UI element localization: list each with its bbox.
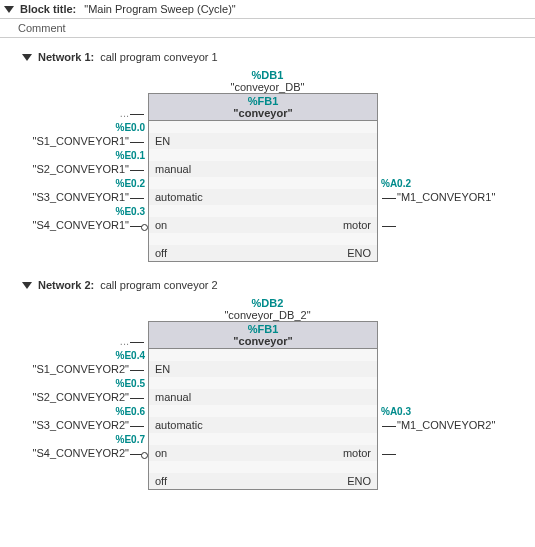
db-name: "conveyor_DB_2" — [0, 309, 535, 321]
fb-symbol: %FB1 — [149, 323, 377, 335]
input-tag: "S4_CONVEYOR2" — [33, 447, 129, 459]
output-tag: "M1_CONVEYOR1" — [397, 191, 495, 203]
input-pin: off — [149, 475, 209, 487]
fb-symbol: %FB1 — [149, 95, 377, 107]
network-label: Network 2: — [38, 279, 94, 291]
fb-block[interactable]: ...%E0.4"S1_CONVEYOR2"%E0.5"S2_CONVEYOR2… — [0, 321, 535, 490]
input-symbol: %E0.4 — [116, 350, 145, 361]
db-name: "conveyor_DB" — [0, 81, 535, 93]
wire-icon — [130, 398, 144, 399]
output-symbol: %A0.3 — [381, 406, 411, 417]
input-symbol: %E0.1 — [116, 150, 145, 161]
output-pin: motor — [327, 219, 377, 231]
wire-icon — [130, 114, 144, 115]
wire-icon — [382, 226, 396, 227]
input-tag: "S3_CONVEYOR2" — [33, 419, 129, 431]
output-symbol: %A0.2 — [381, 178, 411, 189]
input-symbol: %E0.2 — [116, 178, 145, 189]
wire-icon — [382, 426, 396, 427]
wire-icon — [382, 198, 396, 199]
fb-block[interactable]: ...%E0.0"S1_CONVEYOR1"%E0.1"S2_CONVEYOR1… — [0, 93, 535, 262]
input-symbol: %E0.7 — [116, 434, 145, 445]
input-pin: EN — [149, 363, 209, 375]
wire-icon — [382, 454, 396, 455]
input-tag: "S2_CONVEYOR1" — [33, 163, 129, 175]
fb-name: "conveyor" — [149, 107, 377, 119]
input-tag: "S4_CONVEYOR1" — [33, 219, 129, 231]
input-tag: ... — [120, 107, 129, 119]
input-pin: manual — [149, 163, 209, 175]
network-2: Network 2:call program conveyor 2%DB2"co… — [0, 276, 535, 490]
wire-icon — [130, 198, 144, 199]
wire-icon — [130, 426, 144, 427]
comment-label: Comment — [18, 22, 66, 34]
db-label: %DB1"conveyor_DB" — [0, 69, 535, 93]
input-tag: "S2_CONVEYOR2" — [33, 391, 129, 403]
block-title-label: Block title: — [20, 3, 76, 15]
wire-icon — [130, 226, 144, 227]
input-tag: ... — [120, 335, 129, 347]
wire-icon — [130, 142, 144, 143]
input-tag: "S1_CONVEYOR2" — [33, 363, 129, 375]
network-title[interactable]: call program conveyor 1 — [100, 51, 217, 63]
output-pin: motor — [327, 447, 377, 459]
input-pin: on — [149, 447, 209, 459]
fb-header: %FB1"conveyor" — [149, 94, 377, 121]
wire-icon — [130, 170, 144, 171]
collapse-icon[interactable] — [22, 54, 32, 61]
wire-icon — [130, 342, 144, 343]
collapse-icon[interactable] — [4, 6, 14, 13]
db-symbol: %DB1 — [0, 69, 535, 81]
input-pin: manual — [149, 391, 209, 403]
block-title-value[interactable]: "Main Program Sweep (Cycle)" — [84, 3, 235, 15]
input-pin: automatic — [149, 419, 209, 431]
db-label: %DB2"conveyor_DB_2" — [0, 297, 535, 321]
network-label: Network 1: — [38, 51, 94, 63]
input-pin: automatic — [149, 191, 209, 203]
comment-row[interactable]: Comment — [0, 19, 535, 38]
input-pin: off — [149, 247, 209, 259]
input-pin: EN — [149, 135, 209, 147]
input-symbol: %E0.5 — [116, 378, 145, 389]
input-symbol: %E0.6 — [116, 406, 145, 417]
input-symbol: %E0.0 — [116, 122, 145, 133]
wire-icon — [130, 454, 144, 455]
output-pin: ENO — [327, 475, 377, 487]
output-pin: ENO — [327, 247, 377, 259]
network-header: Network 1:call program conveyor 1 — [0, 48, 535, 69]
fb-header: %FB1"conveyor" — [149, 322, 377, 349]
db-symbol: %DB2 — [0, 297, 535, 309]
collapse-icon[interactable] — [22, 282, 32, 289]
block-title-row: Block title: "Main Program Sweep (Cycle)… — [0, 0, 535, 19]
input-tag: "S1_CONVEYOR1" — [33, 135, 129, 147]
network-title[interactable]: call program conveyor 2 — [100, 279, 217, 291]
input-symbol: %E0.3 — [116, 206, 145, 217]
fb-name: "conveyor" — [149, 335, 377, 347]
network-1: Network 1:call program conveyor 1%DB1"co… — [0, 48, 535, 262]
input-tag: "S3_CONVEYOR1" — [33, 191, 129, 203]
wire-icon — [130, 370, 144, 371]
input-pin: on — [149, 219, 209, 231]
network-header: Network 2:call program conveyor 2 — [0, 276, 535, 297]
output-tag: "M1_CONVEYOR2" — [397, 419, 495, 431]
